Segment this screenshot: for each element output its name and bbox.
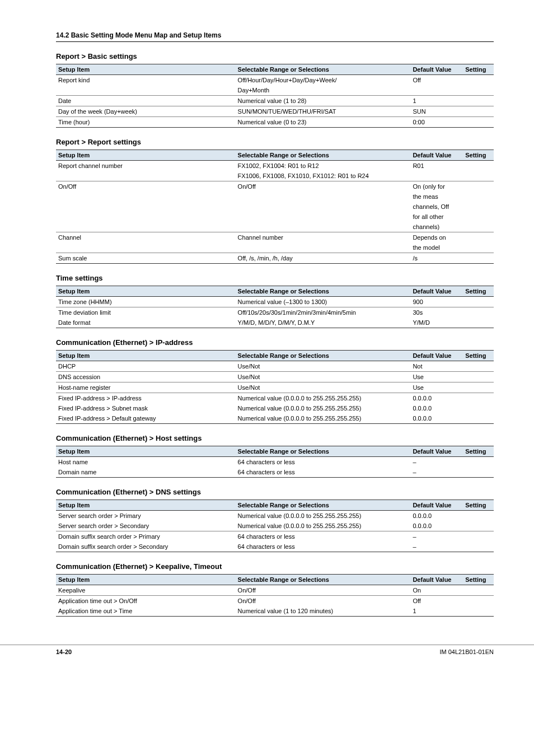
table-cell: Numerical value (0.0.0.0 to 255.255.255.… (236, 393, 411, 404)
table-cell: Fixed IP-address > Default gateway (56, 413, 236, 424)
table-cell: Off (410, 75, 463, 86)
table-cell: Use/Not (236, 361, 411, 372)
table-row: channels) (56, 222, 494, 232)
table-cell (463, 596, 494, 606)
table-cell: 0.0.0.0 (410, 393, 463, 404)
column-header: Default Value (410, 351, 463, 361)
table-cell: Numerical value (0 to 23) (236, 117, 411, 128)
settings-table: Setup ItemSelectable Range or Selections… (56, 350, 494, 424)
table-cell (463, 117, 494, 128)
settings-table: Setup ItemSelectable Range or Selections… (56, 446, 494, 478)
table-row: DateNumerical value (1 to 28)1 (56, 96, 494, 106)
table-cell (236, 192, 411, 202)
table-cell: R01 (410, 161, 463, 171)
column-header: Setting (463, 150, 494, 161)
column-header: Setting (463, 351, 494, 361)
table-cell: DHCP (56, 361, 236, 372)
table-cell: FX1002, FX1004: R01 to R12 (236, 161, 411, 171)
table-cell: Numerical value (1 to 120 minutes) (236, 606, 411, 617)
table-row: Time zone (HHMM)Numerical value (–1300 t… (56, 297, 494, 307)
table-cell: Numerical value (0.0.0.0 to 255.255.255.… (236, 521, 411, 531)
table-cell: Fixed IP-address > IP-address (56, 393, 236, 404)
table-row: Report channel numberFX1002, FX1004: R01… (56, 161, 494, 171)
column-header: Setup Item (56, 286, 236, 297)
table-row: On/OffOn/OffOn (only for (56, 181, 494, 192)
table-cell: Numerical value (–1300 to 1300) (236, 297, 411, 307)
table-row: Day+Month (56, 85, 494, 96)
table-row: Domain name64 characters or less– (56, 467, 494, 478)
table-cell: On/Off (236, 181, 411, 192)
table-row: channels, Off (56, 202, 494, 212)
table-cell (56, 171, 236, 181)
table-cell: 1 (410, 606, 463, 617)
column-header: Selectable Range or Selections (236, 351, 411, 361)
column-header: Setting (463, 500, 494, 511)
table-cell (463, 75, 494, 86)
table-row: Application time out > On/OffOn/OffOff (56, 596, 494, 606)
table-cell: Depends on (410, 232, 463, 243)
table-row: ChannelChannel numberDepends on (56, 232, 494, 243)
table-row: Host-name registerUse/NotUse (56, 382, 494, 393)
table-cell (236, 212, 411, 222)
table-cell: FX1006, FX1008, FX1010, FX1012: R01 to R… (236, 171, 411, 181)
table-heading: Communication (Ethernet) > DNS settings (56, 488, 494, 496)
table-cell: Numerical value (0.0.0.0 to 255.255.255.… (236, 511, 411, 521)
page-footer: 14-20 IM 04L21B01-01EN (0, 645, 534, 666)
table-cell (236, 202, 411, 212)
table-cell (463, 467, 494, 478)
table-cell: DNS accession (56, 372, 236, 382)
table-cell: 900 (410, 297, 463, 307)
table-row: DHCPUse/NotNot (56, 361, 494, 372)
table-cell: Use (410, 382, 463, 393)
table-cell: Server search order > Primary (56, 511, 236, 521)
column-header: Default Value (410, 64, 463, 75)
table-cell (463, 85, 494, 96)
table-cell (463, 96, 494, 106)
table-cell: 64 characters or less (236, 531, 411, 542)
column-header: Selectable Range or Selections (236, 150, 411, 161)
table-cell: Channel number (236, 232, 411, 243)
table-cell: 0.0.0.0 (410, 521, 463, 531)
table-cell: Day+Month (236, 85, 411, 96)
column-header: Selectable Range or Selections (236, 446, 411, 457)
settings-table: Setup ItemSelectable Range or Selections… (56, 500, 494, 552)
table-row: for all other (56, 212, 494, 222)
table-heading: Report > Basic settings (56, 52, 494, 60)
column-header: Setting (463, 575, 494, 585)
settings-table: Setup ItemSelectable Range or Selections… (56, 286, 494, 328)
table-cell: Channel (56, 232, 236, 243)
table-cell: Sum scale (56, 253, 236, 264)
table-cell: Time deviation limit (56, 307, 236, 318)
table-row: the model (56, 242, 494, 253)
table-cell (463, 202, 494, 212)
table-cell: Off/10s/20s/30s/1min/2min/3min/4min/5min (236, 307, 411, 318)
table-cell (56, 242, 236, 253)
column-header: Selectable Range or Selections (236, 64, 411, 75)
table-cell (463, 606, 494, 617)
table-cell (463, 222, 494, 232)
column-header: Default Value (410, 286, 463, 297)
table-cell: 1 (410, 96, 463, 106)
column-header: Selectable Range or Selections (236, 286, 411, 297)
column-header: Selectable Range or Selections (236, 500, 411, 511)
table-cell (463, 372, 494, 382)
table-row: Day of the week (Day+week)SUN/MON/TUE/WE… (56, 106, 494, 117)
table-cell: Time zone (HHMM) (56, 297, 236, 307)
table-row: Report kindOff/Hour/Day/Hour+Day/Day+Wee… (56, 75, 494, 86)
table-cell (463, 413, 494, 424)
table-cell: – (410, 467, 463, 478)
table-cell (463, 232, 494, 243)
table-cell (463, 531, 494, 542)
table-cell (463, 307, 494, 318)
table-cell (463, 542, 494, 552)
table-cell: SUN/MON/TUE/WED/THU/FRI/SAT (236, 106, 411, 117)
table-row: Domain suffix search order > Secondary64… (56, 542, 494, 552)
table-cell: 0.0.0.0 (410, 403, 463, 413)
column-header: Setup Item (56, 575, 236, 585)
table-cell: 0.0.0.0 (410, 413, 463, 424)
table-cell: Application time out > Time (56, 606, 236, 617)
table-cell: Off/Hour/Day/Hour+Day/Day+Week/ (236, 75, 411, 86)
column-header: Default Value (410, 150, 463, 161)
table-cell: On/Off (236, 585, 411, 596)
table-cell: the meas (410, 192, 463, 202)
